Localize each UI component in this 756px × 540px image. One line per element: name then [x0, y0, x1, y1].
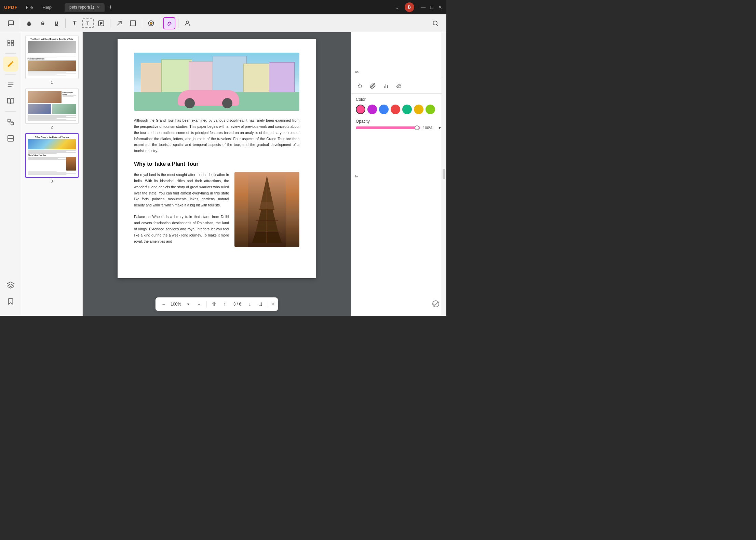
- toolbar-divider-1: [20, 18, 20, 28]
- svg-rect-20: [11, 122, 13, 125]
- prev-page-button[interactable]: ↑: [220, 299, 230, 309]
- person-button[interactable]: [181, 17, 193, 29]
- flame-button[interactable]: [23, 17, 35, 29]
- tab-close-button[interactable]: ✕: [97, 5, 100, 10]
- paperclip-annotation-button[interactable]: [367, 80, 378, 91]
- pdf-page[interactable]: Although the Grand Tour has been examine…: [83, 32, 351, 316]
- eraser-annotation-button[interactable]: [393, 80, 404, 91]
- tab-title: pets report(1): [69, 5, 94, 10]
- thumbnail-page-3[interactable]: A Key Phase in the History of Tourism Wh…: [25, 133, 79, 183]
- right-panel: as Color: [351, 32, 446, 316]
- search-button[interactable]: [429, 17, 442, 29]
- svg-rect-19: [8, 119, 10, 122]
- save-cloud-button[interactable]: [432, 300, 440, 309]
- sidebar-divider-1: [5, 53, 16, 54]
- layers-sidebar-icon[interactable]: [3, 131, 18, 146]
- svg-point-9: [186, 21, 189, 23]
- note-button[interactable]: [95, 17, 107, 29]
- hero-image: [134, 53, 299, 111]
- svg-line-11: [437, 24, 438, 26]
- svg-point-7: [150, 22, 152, 24]
- color-swatch-teal[interactable]: [402, 105, 412, 114]
- close-nav-button[interactable]: ×: [272, 301, 275, 307]
- sidebar-divider-2: [5, 74, 16, 75]
- highlight-pen-button[interactable]: [163, 17, 175, 29]
- text-sidebar-icon[interactable]: [3, 77, 18, 92]
- text-box-button[interactable]: T: [82, 18, 94, 28]
- last-page-button[interactable]: ⇊: [256, 299, 266, 309]
- translate-sidebar-icon[interactable]: [3, 114, 18, 130]
- minimize-button[interactable]: —: [421, 4, 426, 10]
- thumbnail-page-1[interactable]: The Health and Mood-Boosting Benefits of…: [25, 36, 79, 84]
- maximize-button[interactable]: □: [431, 4, 433, 10]
- opacity-row: 100% ▼: [356, 126, 442, 130]
- toolbar-divider-2: [65, 18, 66, 28]
- next-page-button[interactable]: ↓: [245, 299, 255, 309]
- pin-annotation-button[interactable]: [354, 80, 365, 91]
- strikethrough-button[interactable]: S: [37, 17, 49, 29]
- thumbnail-page-2[interactable]: Animals Helping People 2: [25, 89, 79, 129]
- titlebar: UPDF File Help pets report(1) ✕ + ⌄ B — …: [0, 0, 446, 14]
- two-column-layout: the royal land is the most sought after …: [134, 172, 299, 250]
- svg-line-4: [117, 21, 121, 25]
- svg-rect-14: [8, 44, 10, 46]
- page-indicator: 3 / 6: [231, 302, 244, 307]
- opacity-label: Opacity: [356, 119, 442, 124]
- right-text-preview: as: [351, 32, 446, 78]
- close-button[interactable]: ✕: [438, 4, 442, 10]
- thumbnails-panel[interactable]: The Health and Mood-Boosting Benefits of…: [21, 32, 83, 316]
- comment-button[interactable]: [5, 17, 17, 29]
- eiffel-image-column: [234, 172, 299, 250]
- new-tab-button[interactable]: +: [109, 4, 112, 11]
- window-controls: — □ ✕: [421, 4, 442, 10]
- window-dropdown-icon[interactable]: ⌄: [395, 4, 399, 10]
- left-sidebar: [0, 32, 21, 316]
- help-menu[interactable]: Help: [39, 3, 55, 11]
- right-scrollbar[interactable]: [442, 32, 446, 316]
- pages-panel-icon[interactable]: [3, 36, 18, 51]
- section-title: Why to Take a Plant Tour: [134, 161, 299, 167]
- layers-bottom-icon[interactable]: [3, 278, 18, 293]
- zoom-in-button[interactable]: +: [194, 299, 204, 309]
- color-swatch-green[interactable]: [426, 105, 435, 114]
- eiffel-tower-image: [234, 172, 299, 247]
- zoom-out-button[interactable]: −: [159, 299, 169, 309]
- user-avatar[interactable]: B: [405, 2, 414, 12]
- color-label: Color: [356, 97, 442, 102]
- chart-annotation-button[interactable]: [380, 80, 391, 91]
- color-swatch-red[interactable]: [391, 105, 400, 114]
- page-document: Although the Grand Tour has been examine…: [118, 39, 316, 278]
- thumbnail-3-content: A Key Phase in the History of Tourism Wh…: [25, 133, 79, 178]
- svg-rect-15: [11, 44, 13, 46]
- page-number-1: 1: [51, 80, 53, 84]
- opacity-dropdown-arrow[interactable]: ▼: [438, 126, 442, 130]
- active-tab[interactable]: pets report(1) ✕: [65, 3, 105, 12]
- opacity-slider-track[interactable]: [356, 126, 420, 129]
- arrow-button[interactable]: [113, 17, 125, 29]
- shape-button[interactable]: [127, 17, 139, 29]
- bookmark-sidebar-icon[interactable]: [3, 294, 18, 309]
- color-swatch-yellow[interactable]: [414, 105, 423, 114]
- paragraph-1: Although the Grand Tour has been examine…: [134, 118, 299, 154]
- color-swatch-blue[interactable]: [379, 105, 389, 114]
- thumbnail-1-content: The Health and Mood-Boosting Benefits of…: [25, 36, 79, 79]
- paragraph-2: the royal land is the most sought after …: [134, 172, 229, 208]
- toolbar-divider-5: [160, 18, 160, 28]
- color-swatch-pink[interactable]: [356, 105, 365, 114]
- color-swatches: [356, 105, 442, 114]
- zoom-dropdown-button[interactable]: ▼: [183, 299, 193, 309]
- file-menu[interactable]: File: [22, 3, 36, 11]
- svg-marker-23: [7, 282, 13, 285]
- opacity-slider-thumb[interactable]: [415, 125, 419, 130]
- highlight-sidebar-icon[interactable]: [3, 56, 18, 71]
- toolbar-divider-4: [142, 18, 142, 28]
- color-swatch-purple[interactable]: [367, 105, 377, 114]
- color-picker-button[interactable]: [145, 17, 157, 29]
- pdf-content-area: Although the Grand Tour has been examine…: [83, 32, 351, 316]
- underline-button[interactable]: U: [50, 17, 63, 29]
- book-sidebar-icon[interactable]: [3, 94, 18, 109]
- first-page-button[interactable]: ⇈: [209, 299, 219, 309]
- svg-rect-5: [131, 21, 136, 26]
- text-serif-button[interactable]: T: [68, 17, 81, 29]
- page-number-2: 2: [51, 125, 53, 129]
